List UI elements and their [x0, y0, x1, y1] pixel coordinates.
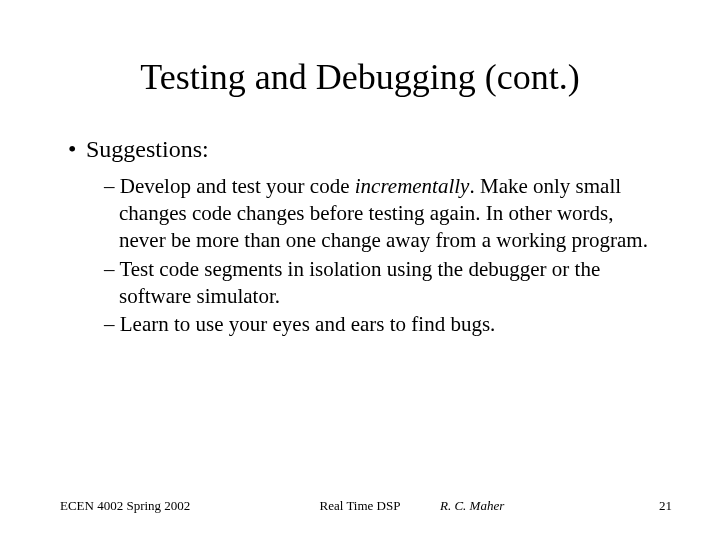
slide: Testing and Debugging (cont.) •Suggestio… — [0, 0, 720, 540]
sub-list: – Develop and test your code incremental… — [104, 173, 660, 338]
dash-icon: – — [104, 174, 120, 198]
sub-item-1: – Develop and test your code incremental… — [104, 173, 660, 254]
sub1-pre: Develop and test your code — [120, 174, 355, 198]
bullet-mark: • — [68, 136, 86, 163]
sub3-text: Learn to use your eyes and ears to find … — [120, 312, 496, 336]
dash-icon: – — [104, 312, 120, 336]
sub-item-3: – Learn to use your eyes and ears to fin… — [104, 311, 660, 338]
footer: ECEN 4002 Spring 2002 Real Time DSP R. C… — [0, 498, 720, 514]
footer-center: Real Time DSP — [320, 498, 401, 514]
sub-item-2: – Test code segments in isolation using … — [104, 256, 660, 310]
sub1-em: incrementally — [355, 174, 470, 198]
heading-text: Suggestions: — [86, 136, 209, 162]
footer-left: ECEN 4002 Spring 2002 — [60, 498, 190, 514]
footer-author: R. C. Maher — [440, 498, 504, 514]
top-bullet: •Suggestions: — [68, 136, 660, 163]
dash-icon: – — [104, 257, 119, 281]
footer-page: 21 — [659, 498, 672, 514]
sub2-text: Test code segments in isolation using th… — [119, 257, 600, 308]
slide-title: Testing and Debugging (cont.) — [60, 56, 660, 98]
